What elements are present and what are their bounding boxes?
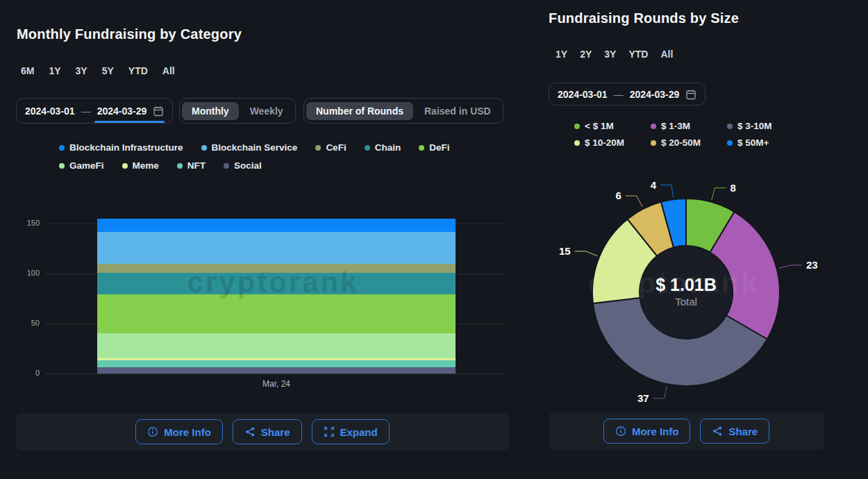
toggle-option-weekly[interactable]: Weekly xyxy=(240,102,293,120)
range-tab-ytd[interactable]: YTD xyxy=(628,49,648,60)
range-tab-2y[interactable]: 2Y xyxy=(580,49,592,60)
legend-label: NFT xyxy=(187,160,206,171)
legend-dot xyxy=(419,145,424,151)
bar-segment-blockchain-infrastructure[interactable] xyxy=(97,219,456,232)
frequency-toggle: MonthlyWeekly xyxy=(179,98,296,124)
fundraising-dashboard: Monthly Fundraising by Category 6M1Y3Y5Y… xyxy=(0,0,868,479)
range-tab-all[interactable]: All xyxy=(162,65,175,76)
donut-value-label-3-10m: 37 xyxy=(637,392,649,404)
donut-callout-line xyxy=(660,185,673,197)
share-button[interactable]: Share xyxy=(233,419,302,444)
donut-value-label-20-50m: 6 xyxy=(616,190,621,201)
donut-chart: 823371564 xyxy=(552,174,858,423)
bar-segment-blockchain-service[interactable] xyxy=(97,232,456,264)
legend-label: Blockchain Infrastructure xyxy=(69,142,183,153)
legend-item-10-20m[interactable]: $ 10-20M xyxy=(574,137,651,148)
toggle-option-monthly[interactable]: Monthly xyxy=(182,102,239,120)
share-icon xyxy=(244,426,256,437)
legend-item-20-50m[interactable]: $ 20-50M xyxy=(651,137,727,148)
legend-item-blockchain-service[interactable]: Blockchain Service xyxy=(201,142,298,153)
expand-label: Expand xyxy=(340,426,378,438)
legend-dot xyxy=(201,145,207,151)
share-button[interactable]: Share xyxy=(700,419,769,444)
bar-segment-chain[interactable] xyxy=(97,273,456,295)
legend-item-social[interactable]: Social xyxy=(224,160,262,171)
donut-callout-line xyxy=(653,386,667,398)
legend-dot xyxy=(59,163,65,169)
y-axis-tick: 0 xyxy=(15,369,40,377)
bar-segment-gamefi[interactable] xyxy=(97,333,456,358)
range-tab-3y[interactable]: 3Y xyxy=(76,65,87,76)
right-range-tabs: 1Y2Y3YYTDAll xyxy=(556,49,673,60)
toggle-option-raised-in-usd[interactable]: Raised in USD xyxy=(415,102,501,120)
range-tab-3y[interactable]: 3Y xyxy=(604,49,616,60)
bar-segment-defi[interactable] xyxy=(97,294,456,333)
gridline xyxy=(45,373,503,374)
legend-item-cefi[interactable]: CeFi xyxy=(315,142,346,153)
legend-label: Social xyxy=(234,160,262,171)
range-tab-ytd[interactable]: YTD xyxy=(128,65,148,76)
range-tab-5y[interactable]: 5Y xyxy=(102,65,114,76)
share-label: Share xyxy=(728,426,758,437)
date-start[interactable]: 2024-03-01 xyxy=(25,106,75,117)
more-info-label: More Info xyxy=(632,426,679,437)
legend-item-defi[interactable]: DeFi xyxy=(419,142,449,153)
expand-button[interactable]: Expand xyxy=(312,419,390,444)
legend-item-gamefi[interactable]: GameFi xyxy=(59,160,104,171)
legend-item-50m[interactable]: $ 50M+ xyxy=(727,137,817,148)
bar-segment-cefi[interactable] xyxy=(97,264,456,273)
bar-segment-meme[interactable] xyxy=(97,358,456,360)
legend-dot xyxy=(651,124,656,129)
donut-callout-line xyxy=(626,196,642,207)
y-axis-tick: 150 xyxy=(15,219,40,227)
legend-item-1-3m[interactable]: $ 1-3M xyxy=(651,121,727,131)
date-start[interactable]: 2024-03-01 xyxy=(558,89,608,100)
more-info-button[interactable]: More Info xyxy=(135,419,223,444)
legend-dot xyxy=(574,140,580,146)
calendar-icon[interactable] xyxy=(153,106,164,117)
legend-dot xyxy=(224,163,229,169)
calendar-icon[interactable] xyxy=(685,89,696,100)
more-info-button[interactable]: More Info xyxy=(603,419,691,444)
legend-label: < $ 1M xyxy=(585,121,614,131)
legend-item-nft[interactable]: NFT xyxy=(177,160,206,171)
legend-label: GameFi xyxy=(69,160,104,171)
x-axis-label: Mar, 24 xyxy=(97,379,456,389)
legend-item-3-10m[interactable]: $ 3-10M xyxy=(727,121,817,131)
donut-value-label-1-3m: 23 xyxy=(806,259,818,271)
legend-label: $ 20-50M xyxy=(661,137,701,148)
legend-item-meme[interactable]: Meme xyxy=(122,160,159,171)
legend-dot xyxy=(365,145,370,151)
legend-item-chain[interactable]: Chain xyxy=(365,142,401,153)
info-icon xyxy=(147,426,158,437)
left-date-range-picker[interactable]: 2024-03-01 — 2024-03-29 xyxy=(16,98,173,124)
date-separator: — xyxy=(614,89,624,100)
legend-dot xyxy=(727,140,733,146)
range-tab-1y[interactable]: 1Y xyxy=(49,65,60,76)
donut-value-label-10-20m: 15 xyxy=(559,245,571,257)
left-panel-title: Monthly Fundraising by Category xyxy=(17,26,242,42)
donut-callout-line xyxy=(712,188,726,200)
bar-segment-social[interactable] xyxy=(97,367,456,373)
range-tab-all[interactable]: All xyxy=(660,49,673,60)
toggle-option-number-of-rounds[interactable]: Number of Rounds xyxy=(306,102,413,120)
right-date-range-picker[interactable]: 2024-03-01 — 2024-03-29 xyxy=(549,83,706,106)
donut-value-label-1m: 8 xyxy=(731,182,736,194)
right-chart-legend: < $ 1M$ 1-3M$ 3-10M$ 10-20M$ 20-50M$ 50M… xyxy=(574,121,817,148)
date-end[interactable]: 2024-03-29 xyxy=(97,106,147,117)
y-axis-tick: 100 xyxy=(15,269,40,277)
legend-label: $ 10-20M xyxy=(585,137,624,148)
legend-dot xyxy=(727,124,733,129)
expand-icon xyxy=(324,426,335,437)
range-tab-6m[interactable]: 6M xyxy=(21,65,34,76)
legend-dot xyxy=(651,140,656,146)
date-end[interactable]: 2024-03-29 xyxy=(630,89,680,100)
share-icon xyxy=(712,426,723,437)
legend-item-blockchain-infrastructure[interactable]: Blockchain Infrastructure xyxy=(59,142,183,153)
bar-segment-nft[interactable] xyxy=(97,360,456,367)
date-separator: — xyxy=(81,106,91,117)
legend-item-1m[interactable]: < $ 1M xyxy=(574,121,651,131)
legend-dot xyxy=(177,163,183,169)
active-date-underline xyxy=(94,121,165,123)
range-tab-1y[interactable]: 1Y xyxy=(556,49,567,60)
